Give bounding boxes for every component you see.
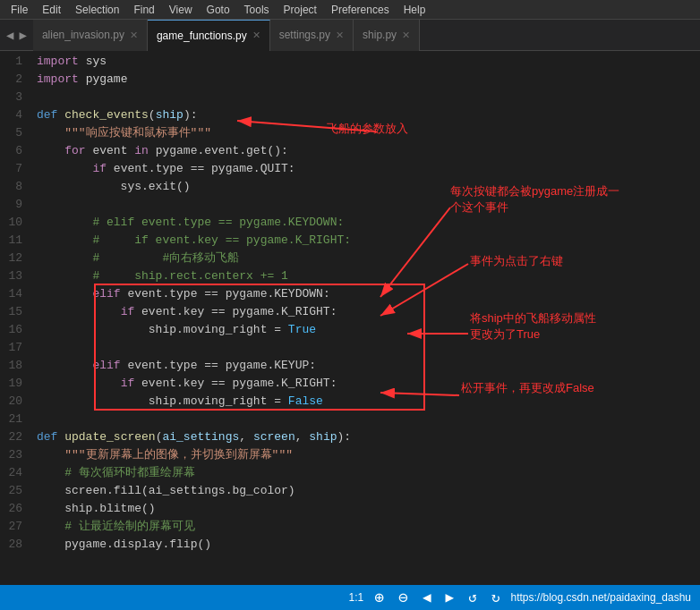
code-line-3 <box>31 89 700 106</box>
code-line-19: if event.key == pygame.K_RIGHT: <box>31 375 700 393</box>
tab-settings-close[interactable]: ✕ <box>336 30 344 41</box>
code-line-14: elif event.type == pygame.KEYDOWN: <box>31 285 700 303</box>
line-num-12: 12 <box>7 250 22 267</box>
code-line-24: # 每次循环时都重绘屏幕 <box>31 464 700 482</box>
line-num-16: 16 <box>7 321 22 339</box>
line-num-5: 5 <box>7 124 22 142</box>
status-bar: 1:1 ⊕ ⊖ ◀ ▶ ↺ ↻ https://blog.csdn.net/pa… <box>0 585 700 610</box>
menu-edit[interactable]: Edit <box>35 2 68 18</box>
zoom-out-button[interactable]: ⊖ <box>395 588 412 607</box>
menu-goto[interactable]: Goto <box>200 2 237 18</box>
url-link[interactable]: https://blog.csdn.net/paidaxing_dashu <box>511 591 691 604</box>
line-num-7: 7 <box>7 160 22 178</box>
code-line-5: """响应按键和鼠标事件""" <box>31 124 700 142</box>
tab-alien-invasion[interactable]: alien_invasion.py ✕ <box>33 20 148 51</box>
code-line-27: # 让最近绘制的屏幕可见 <box>31 518 700 536</box>
menu-preferences[interactable]: Preferences <box>324 2 397 18</box>
code-line-9 <box>31 196 700 214</box>
line-num-17: 17 <box>7 339 22 357</box>
code-line-8: sys.exit() <box>31 178 700 196</box>
editor: 1 2 3 4 5 6 7 8 9 10 11 12 13 14 15 16 1… <box>0 51 700 585</box>
nav-next[interactable]: ▶ <box>16 24 29 47</box>
code-line-28: pygame.display.flip() <box>31 536 700 554</box>
tab-ship[interactable]: ship.py ✕ <box>354 20 420 51</box>
next-button[interactable]: ▶ <box>442 589 458 606</box>
ratio-label: 1:1 <box>349 591 364 604</box>
line-num-14: 14 <box>7 285 22 303</box>
line-num-2: 2 <box>7 71 22 89</box>
prev-button[interactable]: ◀ <box>419 589 435 606</box>
nav-arrows: ◀ ▶ <box>0 24 33 47</box>
menu-selection[interactable]: Selection <box>68 2 126 18</box>
line-num-1: 1 <box>7 53 22 71</box>
menu-help[interactable]: Help <box>397 2 433 18</box>
code-line-13: # ship.rect.centerx += 1 <box>31 267 700 285</box>
code-line-11: # if event.key == pygame.K_RIGHT: <box>31 232 700 250</box>
line-num-3: 3 <box>7 89 22 106</box>
code-line-1: import sys <box>31 53 700 71</box>
menu-project[interactable]: Project <box>277 2 324 18</box>
code-line-16: ship.moving_right = True <box>31 321 700 339</box>
line-num-19: 19 <box>7 375 22 393</box>
menu-find[interactable]: Find <box>126 2 161 18</box>
line-num-25: 25 <box>7 482 22 500</box>
code-line-20: ship.moving_right = False <box>31 393 700 411</box>
undo-button[interactable]: ↺ <box>465 589 481 606</box>
zoom-in-button[interactable]: ⊕ <box>371 588 388 607</box>
line-num-8: 8 <box>7 178 22 196</box>
code-line-18: elif event.type == pygame.KEYUP: <box>31 357 700 375</box>
tab-alien-invasion-close[interactable]: ✕ <box>130 30 138 41</box>
redo-button[interactable]: ↻ <box>488 589 504 606</box>
code-line-2: import pygame <box>31 71 700 89</box>
nav-prev[interactable]: ◀ <box>4 24 16 47</box>
code-line-7: if event.type == pygame.QUIT: <box>31 160 700 178</box>
code-line-15: if event.key == pygame.K_RIGHT: <box>31 303 700 321</box>
code-line-22: def update_screen(ai_settings, screen, s… <box>31 428 700 446</box>
tab-game-functions-label: game_functions.py <box>157 30 247 42</box>
menu-file[interactable]: File <box>4 2 35 18</box>
code-line-23: """更新屏幕上的图像，并切换到新屏幕""" <box>31 446 700 464</box>
code-line-25: screen.fill(ai_settings.bg_color) <box>31 482 700 500</box>
menu-bar: File Edit Selection Find View Goto Tools… <box>0 0 700 20</box>
tab-settings[interactable]: settings.py ✕ <box>270 20 354 51</box>
line-num-20: 20 <box>7 393 22 411</box>
line-num-11: 11 <box>7 232 22 250</box>
code-line-12: # #向右移动飞船 <box>31 250 700 267</box>
tab-bar: ◀ ▶ alien_invasion.py ✕ game_functions.p… <box>0 20 700 51</box>
status-ratio: 1:1 <box>349 591 364 604</box>
menu-tools[interactable]: Tools <box>237 2 277 18</box>
line-num-28: 28 <box>7 536 22 554</box>
line-num-18: 18 <box>7 357 22 375</box>
line-num-24: 24 <box>7 464 22 482</box>
line-num-22: 22 <box>7 428 22 446</box>
tab-settings-label: settings.py <box>279 29 330 41</box>
line-num-23: 23 <box>7 446 22 464</box>
line-num-15: 15 <box>7 303 22 321</box>
code-line-26: ship.blitme() <box>31 500 700 518</box>
tab-ship-close[interactable]: ✕ <box>402 30 410 41</box>
tab-game-functions-close[interactable]: ✕ <box>252 30 260 41</box>
code-area[interactable]: import sys import pygame def check_event… <box>31 51 700 585</box>
line-num-27: 27 <box>7 518 22 536</box>
line-num-10: 10 <box>7 214 22 232</box>
line-numbers: 1 2 3 4 5 6 7 8 9 10 11 12 13 14 15 16 1… <box>0 51 31 585</box>
line-num-4: 4 <box>7 106 22 124</box>
code-line-4: def check_events(ship): <box>31 106 700 124</box>
tab-alien-invasion-label: alien_invasion.py <box>42 29 124 41</box>
line-num-13: 13 <box>7 267 22 285</box>
line-num-6: 6 <box>7 142 22 160</box>
code-line-6: for event in pygame.event.get(): <box>31 142 700 160</box>
code-line-21 <box>31 411 700 428</box>
menu-view[interactable]: View <box>162 2 200 18</box>
code-line-17 <box>31 339 700 357</box>
tab-ship-label: ship.py <box>363 29 397 41</box>
line-num-21: 21 <box>7 411 22 428</box>
line-num-9: 9 <box>7 196 22 214</box>
code-line-10: # elif event.type == pygame.KEYDOWN: <box>31 214 700 232</box>
line-num-26: 26 <box>7 500 22 518</box>
tab-game-functions[interactable]: game_functions.py ✕ <box>148 20 270 51</box>
